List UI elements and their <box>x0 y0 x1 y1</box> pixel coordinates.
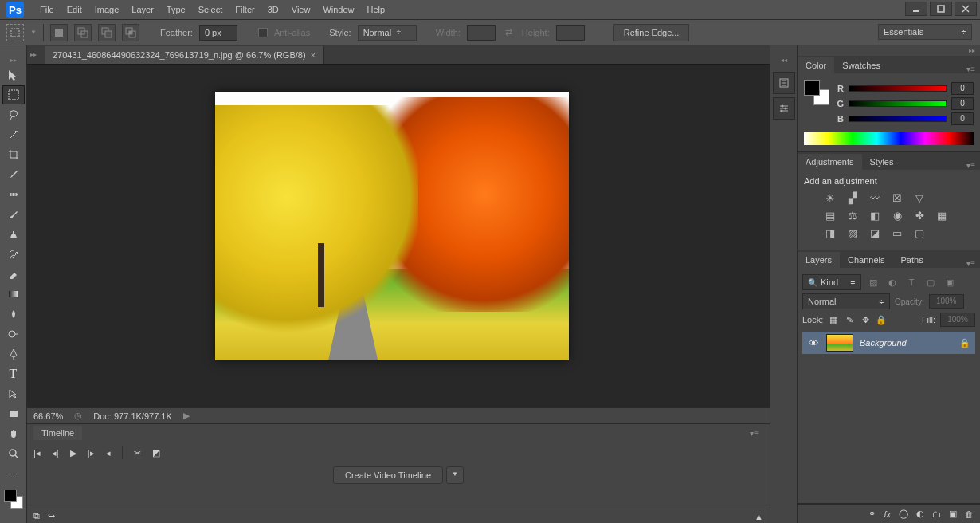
tool-preset-picker[interactable] <box>6 24 24 41</box>
foreground-color-swatch[interactable] <box>4 490 17 502</box>
brush-tool[interactable] <box>2 205 25 224</box>
eyedropper-tool[interactable] <box>2 165 25 184</box>
menu-edit[interactable]: Edit <box>61 2 88 18</box>
canvas-area[interactable] <box>27 65 770 407</box>
timeline-footer-icon-2[interactable]: ↪ <box>48 511 55 521</box>
exposure-icon[interactable]: ☒ <box>890 191 904 205</box>
type-tool[interactable]: T <box>2 364 25 383</box>
threshold-icon[interactable]: ◪ <box>868 226 882 240</box>
filter-smart-icon[interactable]: ▣ <box>943 275 957 289</box>
r-slider[interactable] <box>849 85 947 92</box>
opacity-input[interactable]: 100% <box>929 294 964 309</box>
new-layer-icon[interactable]: ▣ <box>949 509 957 519</box>
style-dropdown[interactable]: Normal≑ <box>358 25 417 41</box>
pen-tool[interactable] <box>2 344 25 364</box>
blur-tool[interactable] <box>2 305 25 324</box>
link-layers-icon[interactable]: ⚭ <box>868 509 876 519</box>
path-selection-tool[interactable] <box>2 384 25 403</box>
blend-mode-dropdown[interactable]: Normal≑ <box>802 293 890 309</box>
dodge-tool[interactable] <box>2 324 25 344</box>
status-arrow-icon[interactable]: ▶ <box>183 411 190 421</box>
timeline-play-icon[interactable]: ▶ <box>70 448 76 458</box>
layer-fx-icon[interactable]: fx <box>884 509 891 519</box>
panel-fg-swatch[interactable] <box>804 80 820 96</box>
history-brush-tool[interactable] <box>2 245 25 264</box>
timeline-tab[interactable]: Timeline <box>33 426 82 440</box>
g-value[interactable]: 0 <box>951 97 974 110</box>
lock-transparent-icon[interactable]: ▦ <box>828 314 839 325</box>
history-panel-icon[interactable] <box>773 72 795 94</box>
filter-adjust-icon[interactable]: ◐ <box>885 275 900 289</box>
document-canvas[interactable] <box>215 92 569 360</box>
dock-expand-icon[interactable]: ◂◂ <box>770 57 797 64</box>
zoom-level[interactable]: 66.67% <box>33 411 63 421</box>
layers-panel-menu-icon[interactable]: ▾≡ <box>962 259 980 268</box>
magic-wand-tool[interactable] <box>2 125 25 144</box>
paths-tab[interactable]: Paths <box>893 252 931 268</box>
maximize-button[interactable] <box>930 2 952 16</box>
gradient-map-icon[interactable]: ▭ <box>890 226 904 240</box>
layers-tab[interactable]: Layers <box>798 252 840 268</box>
clone-stamp-tool[interactable] <box>2 225 25 244</box>
timeline-prev-frame-icon[interactable]: ◂| <box>52 448 59 458</box>
r-value[interactable]: 0 <box>951 82 974 95</box>
eraser-tool[interactable] <box>2 265 25 284</box>
create-video-timeline-button[interactable]: Create Video Timeline <box>333 466 443 484</box>
fill-input[interactable]: 100% <box>940 313 975 327</box>
menu-layer[interactable]: Layer <box>125 2 160 18</box>
layer-filter-kind[interactable]: 🔍Kind≑ <box>802 274 861 290</box>
g-slider[interactable] <box>849 100 947 107</box>
tab-scroll-icon[interactable]: ▸▸ <box>30 51 37 58</box>
filter-pixel-icon[interactable]: ▧ <box>866 275 880 289</box>
lasso-tool[interactable] <box>2 105 25 124</box>
properties-panel-icon[interactable] <box>773 97 795 120</box>
vibrance-icon[interactable]: ▽ <box>912 191 927 205</box>
color-panel-menu-icon[interactable]: ▾≡ <box>962 65 980 73</box>
swatches-tab[interactable]: Swatches <box>834 57 888 73</box>
filter-type-icon[interactable]: T <box>904 275 919 289</box>
menu-view[interactable]: View <box>285 2 317 18</box>
subtract-from-selection-button[interactable] <box>98 24 116 41</box>
hue-sat-icon[interactable]: ▤ <box>823 208 837 222</box>
new-group-icon[interactable]: 🗀 <box>932 509 941 519</box>
gradient-tool[interactable] <box>2 285 25 304</box>
styles-tab[interactable]: Styles <box>862 154 902 170</box>
hand-tool[interactable] <box>2 424 25 443</box>
menu-select[interactable]: Select <box>192 2 229 18</box>
adjustments-panel-menu-icon[interactable]: ▾≡ <box>962 161 980 170</box>
status-info-icon[interactable]: ◷ <box>74 411 82 421</box>
timeline-split-icon[interactable]: ✂ <box>134 448 141 458</box>
new-selection-button[interactable] <box>50 24 68 41</box>
create-timeline-dropdown[interactable]: ▼ <box>446 466 464 484</box>
minimize-button[interactable] <box>905 2 927 16</box>
color-spectrum[interactable] <box>804 132 974 145</box>
menu-image[interactable]: Image <box>88 2 126 18</box>
levels-icon[interactable]: ▞ <box>845 191 860 205</box>
intersect-selection-button[interactable] <box>122 24 139 41</box>
b-value[interactable]: 0 <box>951 112 974 125</box>
selective-color-icon[interactable]: ▢ <box>912 226 927 240</box>
brightness-contrast-icon[interactable]: ☀ <box>823 191 837 205</box>
layer-thumbnail[interactable] <box>826 334 853 352</box>
invert-icon[interactable]: ◨ <box>823 226 837 240</box>
color-lookup-icon[interactable]: ▦ <box>935 208 949 222</box>
photo-filter-icon[interactable]: ◉ <box>890 208 904 222</box>
lock-position-icon[interactable]: ✥ <box>860 314 871 325</box>
color-tab[interactable]: Color <box>798 57 834 73</box>
black-white-icon[interactable]: ◧ <box>868 208 882 222</box>
lock-image-icon[interactable]: ✎ <box>844 314 855 325</box>
collapse-toolbar[interactable]: ▸▸ <box>0 57 26 65</box>
layer-mask-icon[interactable]: ◯ <box>899 509 908 519</box>
adjustments-tab[interactable]: Adjustments <box>798 154 862 170</box>
add-to-selection-button[interactable] <box>74 24 92 41</box>
timeline-transition-icon[interactable]: ◩ <box>152 448 160 458</box>
rectangle-tool[interactable] <box>2 404 25 423</box>
rectangular-marquee-tool[interactable] <box>2 85 25 104</box>
layer-name[interactable]: Background <box>860 338 907 348</box>
new-adjustment-layer-icon[interactable]: ◐ <box>916 509 924 519</box>
timeline-next-frame-icon[interactable]: |▸ <box>88 448 95 458</box>
close-button[interactable] <box>955 2 977 16</box>
zoom-tool[interactable] <box>2 444 25 463</box>
timeline-footer-icon-1[interactable]: ⧉ <box>33 511 40 521</box>
feather-input[interactable]: 0 px <box>199 25 237 41</box>
